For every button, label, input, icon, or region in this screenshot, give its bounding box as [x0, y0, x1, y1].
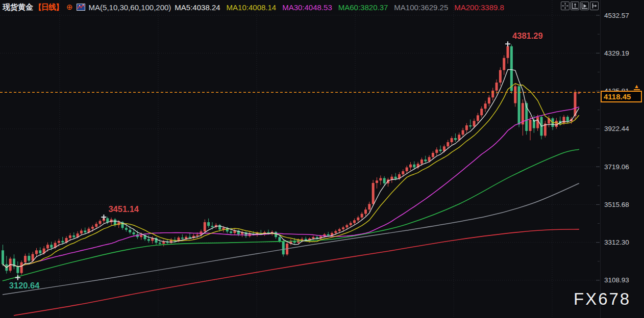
- y-axis-label: 3922.44: [604, 125, 629, 132]
- gold-chart-window: 4381.293451.143120.644532.574329.194125.…: [0, 0, 644, 318]
- ma-lines-layer: [3, 69, 579, 315]
- ma-value-ma10: MA10:4008.14: [227, 3, 277, 12]
- axis-zoom-vertical-icon: [572, 3, 578, 9]
- symbol-title: 现货黄金: [3, 3, 33, 12]
- y-axis-label: 3515.68: [604, 201, 629, 208]
- crosshair-icon: [562, 3, 568, 9]
- extreme-marker-cross: [101, 215, 106, 220]
- ma-value-ma200: MA200:3389.8: [454, 3, 504, 12]
- scale-x-button[interactable]: [580, 2, 589, 10]
- price-annotation: 3120.64: [9, 281, 40, 290]
- y-axis-label: 3312.30: [604, 238, 629, 246]
- expand-icon[interactable]: ⊕: [66, 4, 73, 11]
- ma-value-ma5: MA5:4038.24: [175, 3, 220, 12]
- ma-params-label: MA(5,10,30,60,100,200): [89, 3, 171, 12]
- y-axis[interactable]: 4532.574329.194125.813922.443719.063515.…: [596, 12, 629, 284]
- price-annotation: 4381.29: [512, 31, 543, 40]
- go-to-latest-icon: [591, 3, 598, 9]
- candles-layer: [2, 43, 580, 278]
- price-annotation: 3451.14: [108, 204, 139, 214]
- axis-zoom-horizontal-icon: [581, 3, 588, 9]
- chart-header: 现货黄金【日线】 ⊕ MA(5,10,30,60,100,200) MA5:40…: [3, 2, 504, 13]
- ma-value-ma60: MA60:3820.37: [338, 3, 388, 12]
- extreme-marker-cross: [505, 41, 510, 46]
- pan-right-button[interactable]: [590, 2, 599, 10]
- y-axis-label: 4329.19: [604, 49, 629, 57]
- watermark: FX678: [574, 289, 631, 309]
- current-price-badge: 4118.45: [601, 91, 642, 102]
- crosshair-button[interactable]: [561, 2, 569, 10]
- timeframe-label: 【日线】: [34, 3, 63, 12]
- mini-chart-icon: [77, 4, 85, 11]
- ma-values: MA5:4038.24MA10:4008.14MA30:4048.53MA60:…: [175, 3, 504, 12]
- ma-value-ma100: MA100:3629.25: [394, 3, 448, 12]
- scale-y-button[interactable]: [571, 2, 579, 10]
- y-axis-label: 3108.93: [604, 276, 629, 284]
- price-up-arrow-icon: ▲: [634, 84, 639, 89]
- y-axis-label: 4532.57: [604, 12, 629, 19]
- down-candle-bodies: [2, 46, 569, 273]
- annotations-layer: 4381.293451.143120.64: [9, 31, 543, 289]
- chart-toolbar: [561, 2, 599, 10]
- price-up-arrow-base: [634, 89, 640, 90]
- down-candle-wicks: [3, 44, 568, 278]
- ma-value-ma30: MA30:4048.53: [282, 3, 332, 12]
- chart-canvas[interactable]: 4381.293451.143120.644532.574329.194125.…: [0, 0, 644, 318]
- y-axis-label: 3719.06: [604, 163, 629, 171]
